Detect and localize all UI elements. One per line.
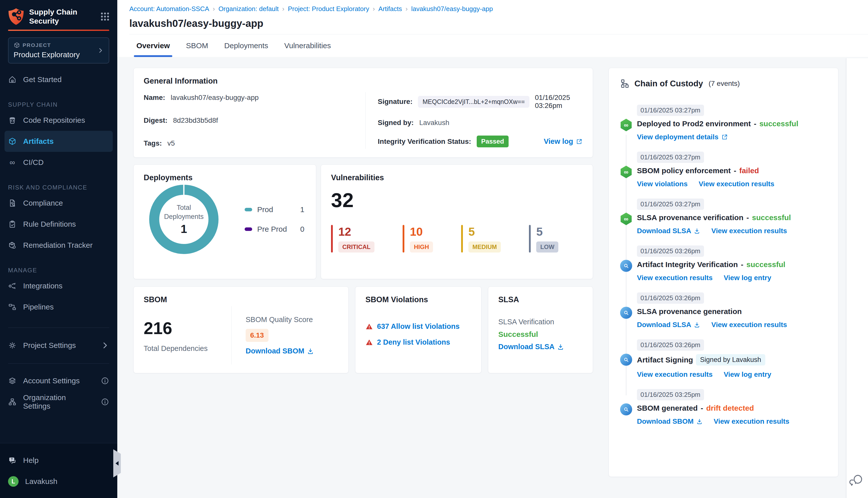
scan-magnifier-icon (620, 354, 632, 366)
module-grid-icon[interactable] (100, 11, 110, 22)
view-execution-results-link[interactable]: View execution results (711, 321, 787, 329)
view-execution-results-link[interactable]: View execution results (699, 180, 774, 188)
sidebar-item-cicd[interactable]: ∞ CI/CD (0, 152, 117, 173)
high-count: 10 (410, 225, 433, 238)
medium-badge: MEDIUM (468, 241, 501, 252)
sidebar-item-code-repositories[interactable]: Code Repositories (0, 110, 117, 131)
slsa-card: SLSA SLSA Verification Successful Downlo… (488, 286, 593, 373)
event-timestamp: 01/16/2025 03:27pm (637, 198, 704, 210)
sidebar-item-help[interactable]: ? Help (0, 450, 117, 471)
support-chat-icon[interactable] (849, 473, 864, 487)
app-logo-shield-icon (8, 8, 24, 25)
severity-bar (331, 225, 333, 252)
download-slsa-link[interactable]: Download SLSA (637, 321, 700, 329)
breadcrumb-organization[interactable]: Organization: default (219, 5, 279, 13)
low-badge: LOW (536, 241, 558, 252)
sidebar-collapse-button[interactable] (113, 449, 121, 477)
code-repository-icon (8, 116, 16, 124)
chain-of-custody-card: Chain of Custody (7 events) ∞ 01/16/2025… (609, 68, 838, 477)
severity-high: 10 HIGH (403, 225, 433, 252)
chain-of-custody-icon (620, 79, 630, 89)
card-title: General Information (144, 77, 583, 86)
app-title: Supply Chain Security (29, 8, 95, 26)
view-execution-results-link[interactable]: View execution results (714, 417, 789, 425)
sidebar-item-organization-settings[interactable]: Organization Settings (0, 391, 117, 412)
warning-triangle-icon (365, 339, 373, 346)
breadcrumb-artifacts[interactable]: Artifacts (378, 5, 402, 13)
view-execution-results-link[interactable]: View execution results (637, 370, 713, 379)
breadcrumb-account[interactable]: Account: Automation-SSCA (129, 5, 209, 13)
medium-count: 5 (468, 225, 501, 238)
page-header: Account: Automation-SSCA › Organization:… (117, 0, 868, 57)
event-title: SLSA provenance verification (637, 213, 743, 222)
sidebar-item-pipelines[interactable]: Pipelines (0, 297, 117, 317)
download-sbom-link[interactable]: Download SBOM (246, 347, 338, 355)
card-title: Vulnerabilities (331, 173, 583, 182)
preprod-count: 0 (300, 225, 306, 233)
chain-event: ∞ 01/16/2025 03:27pm SLSA provenance ver… (620, 198, 827, 235)
chain-events-count: (7 events) (709, 80, 740, 88)
tags-label: Tags: (144, 139, 162, 147)
external-link-icon (576, 138, 583, 145)
view-log-entry-link[interactable]: View log entry (724, 370, 771, 379)
chevron-right-icon (101, 341, 109, 350)
sidebar-user[interactable]: L Lavakush (0, 471, 117, 492)
download-slsa-link[interactable]: Download SLSA (498, 343, 583, 351)
integrity-status-badge: Passed (477, 135, 509, 147)
pipeline-link-icon: ∞ (620, 166, 632, 178)
sidebar-item-get-started[interactable]: Get Started (0, 69, 117, 90)
pipeline-link-icon: ∞ (620, 119, 632, 131)
deny-list-violations-link[interactable]: 2 Deny list Violations (365, 338, 471, 346)
tab-deployments[interactable]: Deployments (223, 35, 270, 57)
tab-vulnerabilities[interactable]: Vulnerabilities (283, 35, 333, 57)
sidebar-item-remediation-tracker[interactable]: Remediation Tracker (0, 235, 117, 256)
allow-list-violations-link[interactable]: 637 Allow list Violations (365, 322, 471, 331)
chain-event: 01/16/2025 03:25pm SBOM generated-drift … (620, 389, 827, 425)
help-chat-icon: ? (8, 456, 16, 464)
view-log-entry-link[interactable]: View log entry (724, 274, 771, 282)
event-timestamp: 01/16/2025 03:27pm (637, 152, 704, 163)
user-avatar: L (8, 476, 18, 487)
sidebar-item-account-settings[interactable]: Account Settings (0, 370, 117, 391)
vulnerabilities-card: Vulnerabilities 32 12 CRITICAL (321, 165, 593, 279)
info-icon[interactable] (101, 397, 109, 406)
sidebar-item-artifacts[interactable]: Artifacts (4, 131, 113, 152)
download-sbom-link[interactable]: Download SBOM (637, 417, 703, 425)
event-status: failed (739, 167, 759, 175)
breadcrumb-project[interactable]: Project: Product Exploratory (288, 5, 369, 13)
project-selector[interactable]: PROJECT Product Exploratory (8, 37, 109, 64)
view-execution-results-link[interactable]: View execution results (711, 227, 787, 235)
signature-timestamp: 01/16/2025 03:26pm (535, 94, 583, 110)
sbom-quality-score-value: 6.13 (246, 329, 269, 342)
event-title: Artifact Signing (637, 356, 693, 364)
breadcrumb: Account: Automation-SSCA › Organization:… (129, 5, 868, 13)
external-link-icon (721, 133, 728, 141)
chain-of-custody-title: Chain of Custody (634, 79, 703, 88)
sidebar-item-rule-definitions[interactable]: Rule Definitions (0, 214, 117, 235)
signature-value: MEQCICde2VjIT...bL+2+mqnOXw== (418, 96, 529, 108)
card-title: SBOM Violations (365, 295, 471, 304)
sidebar-item-project-settings[interactable]: Project Settings (0, 335, 117, 356)
gear-icon (8, 341, 16, 350)
event-timestamp: 01/16/2025 03:26pm (637, 292, 704, 304)
tab-sbom[interactable]: SBOM (184, 35, 209, 57)
breadcrumb-current[interactable]: lavakush07/easy-buggy-app (411, 5, 493, 13)
info-icon[interactable] (101, 377, 109, 385)
sidebar-item-integrations[interactable]: Integrations (0, 275, 117, 297)
view-execution-results-link[interactable]: View execution results (637, 274, 713, 282)
view-deployment-details-link[interactable]: View deployment details (637, 133, 728, 141)
download-slsa-link[interactable]: Download SLSA (637, 227, 700, 235)
sidebar: Supply Chain Security PROJECT Product Ex… (0, 0, 117, 498)
scan-magnifier-icon (620, 307, 632, 319)
sidebar-item-compliance[interactable]: Compliance (0, 193, 117, 214)
artifact-name-value: lavakush07/easy-buggy-app (171, 94, 259, 102)
svg-text:?: ? (11, 458, 13, 461)
digest-value: 8d23bd3b5d8f (173, 117, 218, 124)
tab-overview[interactable]: Overview (135, 35, 171, 57)
page-content: General Information Name:lavakush07/easy… (117, 57, 868, 498)
event-timestamp: 01/16/2025 03:27pm (637, 105, 704, 116)
view-violations-link[interactable]: View violations (637, 180, 688, 188)
remediation-box-icon (8, 241, 16, 249)
view-log-link[interactable]: View log (544, 137, 583, 146)
prod-count: 1 (300, 205, 306, 214)
